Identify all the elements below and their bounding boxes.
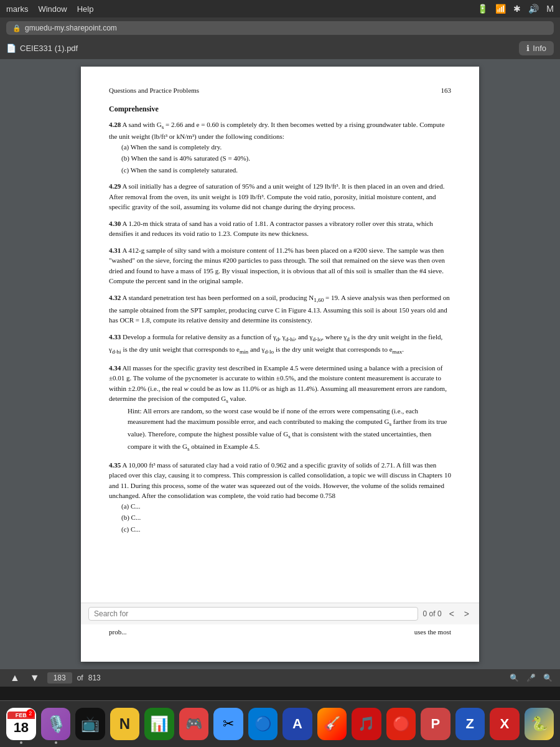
page-number: 163 — [441, 85, 452, 96]
menu-bar: marks Window Help 🔋 📶 ✱ 🔊 M — [0, 0, 560, 17]
doc-title-text: CEIE331 (1).pdf — [20, 44, 78, 53]
problem-4-29: 4.29 A soil initially has a degree of sa… — [109, 181, 451, 212]
dock-item-scissors[interactable]: ✂ — [213, 708, 243, 740]
menubar-right-icons: 🔋 📶 ✱ 🔊 M — [477, 4, 554, 14]
search-input[interactable] — [88, 607, 418, 621]
problem-number-4-35: 4.35 — [109, 461, 121, 469]
dock-item-podcasts[interactable]: 🎙️ — [41, 708, 70, 740]
dock-item-numbers[interactable]: 📊 — [144, 708, 174, 740]
calendar-badge: 2 — [26, 709, 35, 718]
problem-4-32: 4.32 A standard penetration test has bee… — [109, 293, 451, 326]
problem-number-4-34: 4.34 — [109, 364, 121, 372]
dock-item-calendar[interactable]: FEB 18 2 — [6, 708, 36, 740]
problem-4-31: 4.31 A 412-g sample of silty sand with a… — [109, 245, 451, 286]
url-bar[interactable]: 🔒 gmuedu-my.sharepoint.com — [6, 21, 554, 35]
menu-item-window[interactable]: Window — [38, 4, 67, 14]
search-count: 0 of 0 — [423, 608, 442, 619]
doc-title-area: 📄 CEIE331 (1).pdf — [6, 44, 78, 53]
problem-number-4-29: 4.29 — [109, 182, 121, 190]
page-down-button[interactable]: ▼ — [27, 672, 42, 684]
pdf-page: Questions and Practice Problems 163 Comp… — [81, 67, 479, 662]
hint-4-34: Hint: All errors are random, so the wors… — [128, 406, 451, 453]
dock-item-music[interactable]: 🎸 — [317, 708, 347, 740]
sub-item-c: (c) When the sand is completely saturate… — [121, 165, 451, 176]
problem-4-34: 4.34 All masses for the specific gravity… — [109, 363, 451, 454]
wifi-icon: 📶 — [495, 4, 506, 14]
problem-4-30: 4.30 A 1.20-m thick strata of sand has a… — [109, 218, 451, 239]
dock-item-app-a[interactable]: A — [282, 708, 312, 740]
browser-chrome: 🔒 gmuedu-my.sharepoint.com — [0, 17, 560, 39]
dock-item-notes[interactable]: N — [110, 708, 139, 740]
menu-item-help[interactable]: Help — [77, 4, 94, 14]
time-icon: M — [546, 4, 554, 14]
page-nav-bar: ▲ ▼ of 813 🔍 🎤 🔍 — [0, 669, 560, 687]
url-text: gmuedu-my.sharepoint.com — [25, 24, 117, 32]
dock-item-music2[interactable]: 🎵 — [352, 708, 381, 740]
sub-item-b: (b) When the sand is 40% saturated (S = … — [121, 153, 451, 164]
calendar-dot — [20, 741, 22, 744]
mic-icon[interactable]: 🎤 — [526, 674, 536, 682]
page-input[interactable] — [47, 672, 72, 684]
doc-icon: 📄 — [6, 44, 16, 53]
page-total: 813 — [88, 674, 101, 682]
page-header-text: Questions and Practice Problems — [109, 85, 199, 96]
bluetooth-icon: ✱ — [513, 4, 521, 14]
menu-item-marks[interactable]: marks — [6, 4, 28, 14]
problem-number-4-28: 4.28 — [109, 121, 121, 128]
problem-number-4-33: 4.33 — [109, 333, 121, 341]
page-separator: of — [77, 674, 83, 682]
dock-item-tool[interactable]: 🎮 — [179, 708, 208, 740]
problem-number-4-30: 4.30 — [109, 220, 121, 227]
trailing-text-35: uses the most — [414, 627, 451, 637]
pdf-viewer: Questions and Practice Problems 163 Comp… — [0, 59, 560, 669]
problem-4-28: 4.28 A sand with Gs = 2.66 and e = 0.60 … — [109, 120, 451, 176]
dock-item-x[interactable]: X — [490, 708, 519, 740]
info-icon: ℹ — [526, 44, 530, 53]
podcasts-dot — [55, 741, 57, 744]
page-header: Questions and Practice Problems 163 — [109, 85, 451, 96]
dock-item-z[interactable]: Z — [455, 708, 485, 740]
search-prev-button[interactable]: < — [447, 608, 457, 620]
search-bar: 0 of 0 < > — [81, 603, 479, 624]
dock-item-appletv[interactable]: 📺 — [75, 708, 105, 740]
lock-icon: 🔒 — [12, 24, 21, 32]
problem-4-33: 4.33 Develop a formula for relative dens… — [109, 332, 451, 357]
problem-4-35: 4.35 A 10,000 ft³ mass of saturated clay… — [109, 460, 451, 535]
dock-item-red[interactable]: 🔴 — [386, 708, 416, 740]
search-icon[interactable]: 🔍 — [510, 674, 519, 682]
zoom-icon[interactable]: 🔍 — [543, 674, 553, 682]
search-next-button[interactable]: > — [462, 608, 472, 620]
section-title: Comprehensive — [109, 103, 451, 115]
sub-item-35c: (c) C... — [121, 524, 451, 535]
sub-item-35a: (a) C... — [121, 501, 451, 512]
dock-item-app-blue[interactable]: 🔵 — [248, 708, 278, 740]
dock: FEB 18 2 🎙️ 📺 N 📊 🎮 ✂ 🔵 A 🎸 🎵 🔴 P Z X 🐍 — [0, 700, 560, 747]
dock-item-python[interactable]: 🐍 — [525, 708, 554, 740]
dock-item-p[interactable]: P — [421, 708, 450, 740]
info-button[interactable]: ℹ Info — [519, 41, 554, 55]
problem-4-36-prob: prob... — [109, 628, 126, 636]
document-toolbar: 📄 CEIE331 (1).pdf ℹ Info — [0, 39, 560, 59]
problem-number-4-31: 4.31 — [109, 247, 121, 254]
sub-item-35b: (b) C... — [121, 512, 451, 523]
page-up-button[interactable]: ▲ — [7, 672, 22, 684]
volume-icon: 🔊 — [528, 4, 539, 14]
nav-search-icons: 🔍 🎤 🔍 — [510, 674, 553, 682]
info-label: Info — [533, 44, 546, 53]
problem-number-4-32: 4.32 — [109, 294, 121, 301]
sub-item-a: (a) When the sand is completely dry. — [121, 142, 451, 153]
battery-icon: 🔋 — [477, 4, 488, 14]
